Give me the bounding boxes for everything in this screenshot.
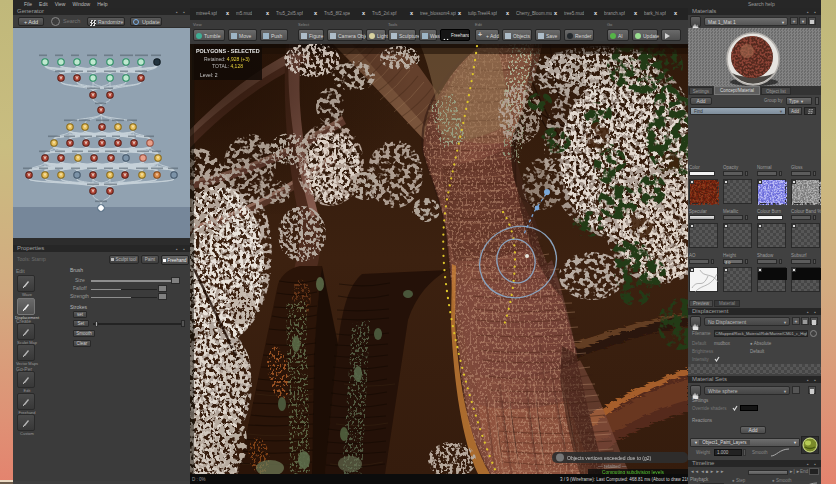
svg-text:— retained —: — retained — (598, 464, 627, 469)
svg-text:Level: 2: Level: 2 (200, 72, 218, 78)
svg-text:Objects vertices exceeded due: Objects vertices exceeded due to (g2) (567, 455, 652, 461)
svg-text:Retained: 4,928 (+3): Retained: 4,928 (+3) (204, 56, 250, 62)
svg-text:POLYGONS - SELECTED: POLYGONS - SELECTED (196, 48, 260, 54)
svg-text:TOTAL: 4,128: TOTAL: 4,128 (212, 63, 243, 69)
